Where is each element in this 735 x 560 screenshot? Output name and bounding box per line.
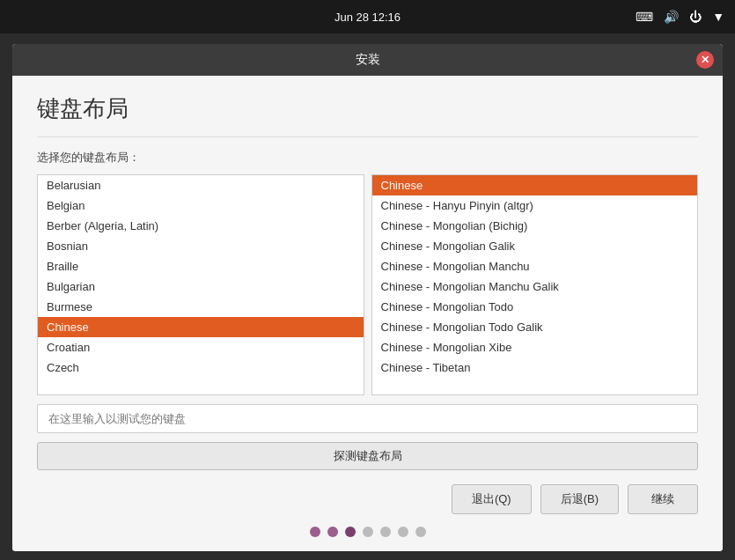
list-item[interactable]: Chinese - Tibetan xyxy=(372,357,698,378)
network-icon[interactable]: ⌨ xyxy=(636,10,653,24)
close-button[interactable]: ✕ xyxy=(696,51,714,69)
volume-icon[interactable]: 🔊 xyxy=(664,10,679,24)
list-item[interactable]: Chinese - Mongolian Todo xyxy=(372,297,698,317)
list-item[interactable]: Chinese - Mongolian Todo Galik xyxy=(372,317,698,337)
list-item[interactable]: Chinese - Hanyu Pinyin (altgr) xyxy=(372,195,698,216)
layout-right-list[interactable]: ChineseChinese - Hanyu Pinyin (altgr)Chi… xyxy=(371,174,699,395)
detect-keyboard-button[interactable]: 探测键盘布局 xyxy=(37,442,698,470)
progress-dot-2 xyxy=(345,527,356,537)
list-item[interactable]: Chinese - Mongolian Galik xyxy=(372,236,698,256)
installer-window: 安装 ✕ 键盘布局 选择您的键盘布局： BelarusianBelgianBer… xyxy=(12,44,723,551)
list-item[interactable]: Czech xyxy=(38,357,364,378)
layout-left-list[interactable]: BelarusianBelgianBerber (Algeria, Latin)… xyxy=(37,174,364,395)
list-item[interactable]: Bulgarian xyxy=(38,276,364,297)
progress-dot-3 xyxy=(363,527,373,537)
keyboard-layout-lists: BelarusianBelgianBerber (Algeria, Latin)… xyxy=(37,174,698,395)
list-item[interactable]: Belarusian xyxy=(38,175,364,195)
bottom-area: 退出(Q) 后退(B) 继续 xyxy=(37,484,698,537)
menu-icon[interactable]: ▼ xyxy=(712,10,724,24)
progress-dots xyxy=(310,527,426,537)
power-icon[interactable]: ⏻ xyxy=(689,10,702,24)
list-item[interactable]: Braille xyxy=(38,256,364,276)
progress-dot-0 xyxy=(310,527,320,537)
subtitle: 选择您的键盘布局： xyxy=(37,150,698,166)
list-item[interactable]: Chinese xyxy=(372,175,698,195)
window-content: 键盘布局 选择您的键盘布局： BelarusianBelgianBerber (… xyxy=(12,76,723,551)
list-item[interactable]: Chinese - Mongolian (Bichig) xyxy=(372,216,698,236)
topbar: Jun 28 12:16 ⌨ 🔊 ⏻ ▼ xyxy=(0,0,735,33)
quit-button[interactable]: 退出(Q) xyxy=(452,484,532,514)
test-input-wrapper xyxy=(37,404,698,433)
list-item[interactable]: Bosnian xyxy=(38,236,364,256)
list-item[interactable]: Berber (Algeria, Latin) xyxy=(38,216,364,236)
list-item[interactable]: Chinese - Mongolian Xibe xyxy=(372,337,698,357)
action-buttons: 退出(Q) 后退(B) 继续 xyxy=(37,484,698,514)
page-title: 键盘布局 xyxy=(37,93,698,124)
progress-dot-1 xyxy=(327,527,338,537)
window-titlebar: 安装 ✕ xyxy=(12,44,723,76)
progress-dot-4 xyxy=(380,527,391,537)
window-title: 安装 xyxy=(356,52,380,68)
topbar-datetime: Jun 28 12:16 xyxy=(334,11,401,24)
list-item[interactable]: Croatian xyxy=(38,337,364,357)
list-item[interactable]: Burmese xyxy=(38,297,364,317)
list-item[interactable]: Chinese - Mongolian Manchu xyxy=(372,256,698,276)
list-item[interactable]: Belgian xyxy=(38,195,364,216)
list-item[interactable]: Chinese xyxy=(38,317,364,337)
progress-dot-5 xyxy=(398,527,408,537)
keyboard-test-input[interactable] xyxy=(37,404,698,433)
back-button[interactable]: 后退(B) xyxy=(540,484,619,514)
continue-button[interactable]: 继续 xyxy=(628,484,698,514)
divider xyxy=(37,136,698,137)
progress-dot-6 xyxy=(415,527,426,537)
topbar-icons: ⌨ 🔊 ⏻ ▼ xyxy=(636,10,724,24)
list-item[interactable]: Chinese - Mongolian Manchu Galik xyxy=(372,276,698,297)
